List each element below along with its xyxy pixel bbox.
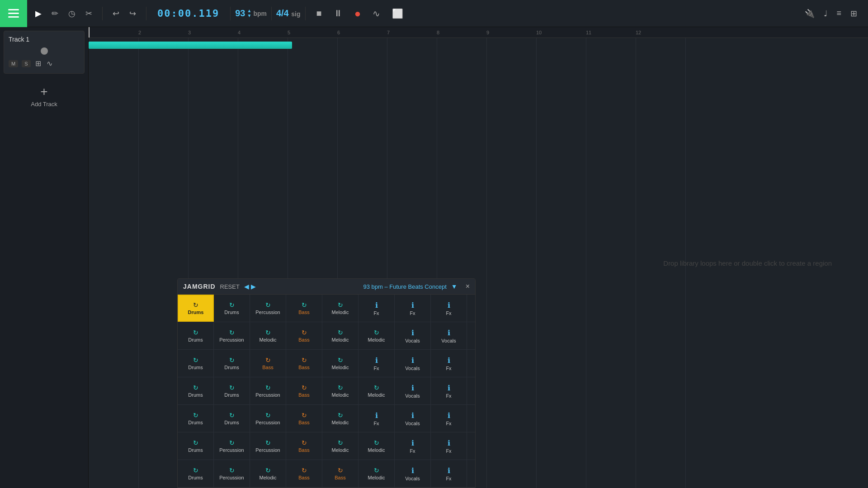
grid-cell-r0c1[interactable]: ↻Drums <box>214 295 250 322</box>
track-wave-icon[interactable]: ∿ <box>46 58 53 69</box>
jamgrid-dropdown[interactable]: ▼ <box>451 283 458 290</box>
jamgrid-reset-button[interactable]: RESET <box>220 283 240 290</box>
grid-cell-r3c1[interactable]: ↻Drums <box>214 377 250 404</box>
grid-cell-r3c0[interactable]: ↻Drums <box>178 377 214 404</box>
grid-cell-r1c3[interactable]: ↻Bass <box>286 322 322 349</box>
grid-cell-r4c5[interactable]: ℹFx <box>359 405 395 432</box>
stop-button[interactable]: ■ <box>312 5 326 21</box>
grid-cell-r0c7[interactable]: ℹFx <box>431 295 467 322</box>
grid-cell-r0c3[interactable]: ↻Bass <box>286 295 322 322</box>
grid-area[interactable]: Drop library loops here or double click … <box>89 38 868 488</box>
grid-cell-r5c3[interactable]: ↻Bass <box>286 432 322 460</box>
clip-block[interactable] <box>89 42 292 49</box>
track-grid-icon[interactable]: ⊞ <box>34 58 42 69</box>
record-button[interactable]: ● <box>350 5 366 23</box>
select-tool[interactable]: ▶ <box>32 6 45 21</box>
grid-cell-r2c0[interactable]: ↻Drums <box>178 350 214 377</box>
grid-cell-r0c2[interactable]: ↻Percussion <box>250 295 286 322</box>
pencil-tool[interactable]: ✏ <box>48 6 62 21</box>
grid-cell-r6c4[interactable]: ↻Bass <box>322 460 359 487</box>
grid-cell-r1c7[interactable]: ℹVocals <box>431 322 467 349</box>
grid-cell-r2c1[interactable]: ↻Drums <box>214 350 250 377</box>
redo-button[interactable]: ↪ <box>126 6 140 21</box>
divider-4 <box>271 7 272 20</box>
grid-cell-r0c4[interactable]: ↻Melodic <box>322 295 359 322</box>
grid-cell-r6c6[interactable]: ℹVocals <box>395 460 431 487</box>
grid-cell-r0c6[interactable]: ℹFx <box>395 295 431 322</box>
divider-2 <box>146 7 146 20</box>
grid-cell-r6c7[interactable]: ℹFx <box>431 460 467 487</box>
undo-button[interactable]: ↩ <box>109 6 123 21</box>
grid-cell-r1c1[interactable]: ↻Percussion <box>214 322 250 349</box>
grid-button[interactable]: ⊞ <box>847 6 861 21</box>
grid-cell-r6c0[interactable]: ↻Drums <box>178 460 214 487</box>
grid-cell-r3c7[interactable]: ℹFx <box>431 377 467 404</box>
menu-button[interactable] <box>0 0 27 27</box>
grid-cell-r4c1[interactable]: ↻Drums <box>214 405 250 432</box>
jamgrid-row-1: ↻Drums↻Percussion↻Melodic↻Bass↻Melodic↻M… <box>178 322 475 350</box>
grid-cell-r5c4[interactable]: ↻Melodic <box>322 432 359 460</box>
grid-cell-r1c6[interactable]: ℹVocals <box>395 322 431 349</box>
grid-cell-r2c5[interactable]: ℹFx <box>359 350 395 377</box>
grid-cell-r4c3[interactable]: ↻Bass <box>286 405 322 432</box>
grid-cell-r1c4[interactable]: ↻Melodic <box>322 322 359 349</box>
loop-tool[interactable]: ◷ <box>65 6 79 21</box>
nav-next[interactable]: ▶ <box>251 283 256 290</box>
grid-cell-r3c2[interactable]: ↻Percussion <box>250 377 286 404</box>
grid-cell-r4c7[interactable]: ℹFx <box>431 405 467 432</box>
bpm-up[interactable]: ▲ <box>247 9 251 13</box>
mixer-button[interactable]: ≡ <box>833 6 845 21</box>
grid-cell-r4c2[interactable]: ↻Percussion <box>250 405 286 432</box>
grid-cell-r4c6[interactable]: ℹVocals <box>395 405 431 432</box>
grid-cell-r6c2[interactable]: ↻Melodic <box>250 460 286 487</box>
grid-cell-r1c5[interactable]: ↻Melodic <box>359 322 395 349</box>
jamgrid-close-button[interactable]: × <box>466 282 470 291</box>
cell-icon-r6c1: ↻ <box>229 467 235 474</box>
cell-label-r1c3: Bass <box>298 337 309 343</box>
grid-cell-r6c3[interactable]: ↻Bass <box>286 460 322 487</box>
grid-cell-r6c5[interactable]: ↻Melodic <box>359 460 395 487</box>
grid-cell-r2c6[interactable]: ℹVocals <box>395 350 431 377</box>
grid-cell-r3c4[interactable]: ↻Melodic <box>322 377 359 404</box>
track-volume-knob[interactable] <box>41 47 48 55</box>
ruler-mark-10: 10 <box>536 30 542 35</box>
grid-cell-r5c2[interactable]: ↻Percussion <box>250 432 286 460</box>
grid-cell-r3c6[interactable]: ℹVocals <box>395 377 431 404</box>
add-track-button[interactable]: + Add Track <box>0 77 88 115</box>
grid-cell-r5c1[interactable]: ↻Percussion <box>214 432 250 460</box>
bpm-down[interactable]: ▼ <box>247 14 251 18</box>
grid-cell-r2c4[interactable]: ↻Melodic <box>322 350 359 377</box>
grid-cell-r5c7[interactable]: ℹFx <box>431 432 467 460</box>
grid-cell-r6c1[interactable]: ↻Percussion <box>214 460 250 487</box>
grid-cell-r4c0[interactable]: ↻Drums <box>178 405 214 432</box>
grid-cell-r2c7[interactable]: ℹFx <box>431 350 467 377</box>
grid-cell-r2c3[interactable]: ↻Bass <box>286 350 322 377</box>
scissors-tool[interactable]: ✂ <box>82 6 96 21</box>
grid-cell-r3c3[interactable]: ↻Bass <box>286 377 322 404</box>
bpm-arrows[interactable]: ▲ ▼ <box>247 9 251 18</box>
grid-cell-r2c2[interactable]: ↻Bass <box>250 350 286 377</box>
nav-prev[interactable]: ◀ <box>244 283 249 290</box>
grid-cell-r3c5[interactable]: ↻Melodic <box>359 377 395 404</box>
grid-cell-r0c0[interactable]: ↻Drums <box>178 295 214 322</box>
grid-cell-r0c5[interactable]: ℹFx <box>359 295 395 322</box>
pause-button[interactable]: ⏸ <box>329 5 347 21</box>
cell-label-r0c5: Fx <box>373 310 379 316</box>
grid-line-10 <box>586 38 586 488</box>
cell-label-r2c3: Bass <box>298 365 309 370</box>
plugin-button[interactable]: 🔌 <box>801 6 818 21</box>
bpm-display[interactable]: 93 ▲ ▼ bpm <box>232 8 269 19</box>
solo-button[interactable]: S <box>22 60 30 67</box>
cell-label-r0c1: Drums <box>224 310 239 315</box>
midi-button[interactable]: ♩ <box>820 6 831 21</box>
grid-cell-r4c4[interactable]: ↻Melodic <box>322 405 359 432</box>
grid-cell-r1c0[interactable]: ↻Drums <box>178 322 214 349</box>
grid-cell-r1c2[interactable]: ↻Melodic <box>250 322 286 349</box>
grid-cell-r5c5[interactable]: ↻Melodic <box>359 432 395 460</box>
mute-button[interactable]: M <box>9 60 18 67</box>
grid-cell-r5c0[interactable]: ↻Drums <box>178 432 214 460</box>
cell-icon-r3c6: ℹ <box>411 384 414 392</box>
grid-cell-r5c6[interactable]: ℹFx <box>395 432 431 460</box>
waveform-button[interactable]: ∿ <box>368 5 385 22</box>
loop-button[interactable]: ⬜ <box>387 5 408 22</box>
